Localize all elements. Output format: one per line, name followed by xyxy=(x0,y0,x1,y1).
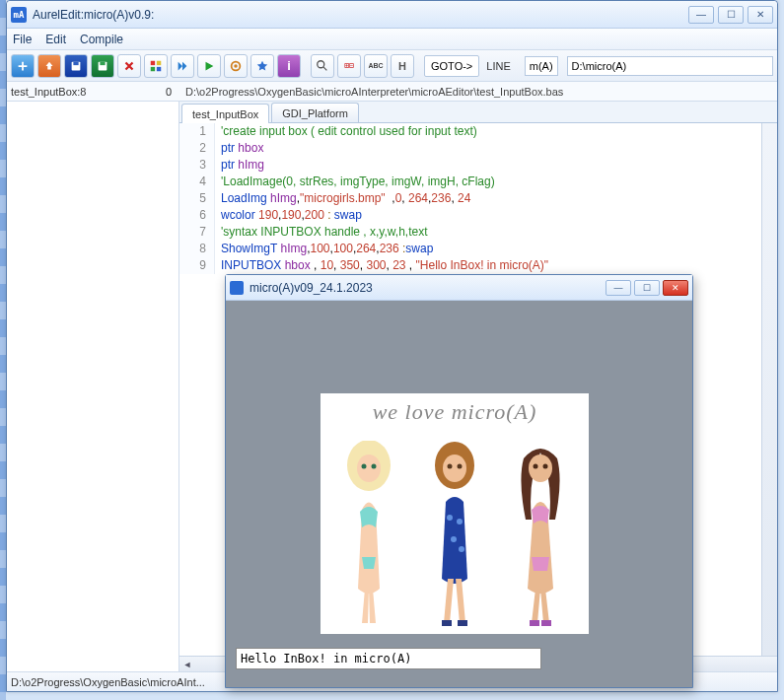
status-value: 0 xyxy=(166,86,172,98)
code-line[interactable]: 2ptr hbox xyxy=(179,140,777,157)
svg-point-14 xyxy=(362,464,367,469)
svg-point-20 xyxy=(447,515,453,521)
line-number: 7 xyxy=(179,224,215,241)
save-button[interactable] xyxy=(64,54,88,78)
line-number: 9 xyxy=(179,257,215,274)
open-button[interactable] xyxy=(37,54,61,78)
close-file-button[interactable] xyxy=(117,54,141,78)
svg-rect-0 xyxy=(47,65,51,69)
line-number: 4 xyxy=(179,174,215,190)
child-titlebar[interactable]: micro(A)v09_24.1.2023 — ☐ ✕ xyxy=(226,275,692,301)
titlebar[interactable]: mA AurelEdit:micro(A)v0.9: — ☐ ✕ xyxy=(7,1,777,29)
close-button[interactable]: ✕ xyxy=(748,6,773,24)
toggle-button[interactable]: ⊞⊟ xyxy=(337,54,361,78)
status-row: test_InputBox:8 0 D:\o2Progress\OxygenBa… xyxy=(7,82,777,102)
scroll-left-icon[interactable]: ◄ xyxy=(179,658,195,671)
line-number: 6 xyxy=(179,207,215,224)
svg-rect-25 xyxy=(458,620,467,626)
svg-point-26 xyxy=(529,455,552,482)
svg-rect-2 xyxy=(73,61,78,65)
code-text[interactable]: wcolor 190,190,200 : swap xyxy=(215,207,362,224)
code-text[interactable]: INPUTBOX hbox , 10, 350, 300, 23 , "Hell… xyxy=(215,257,548,274)
editor-tabs: test_InputBox GDI_Platform xyxy=(179,102,777,123)
svg-rect-30 xyxy=(541,620,551,626)
line-number: 2 xyxy=(179,140,215,157)
image-caption: we love micro(A) xyxy=(373,399,537,425)
find-button[interactable] xyxy=(311,54,334,78)
minimize-button[interactable]: — xyxy=(688,6,714,24)
svg-rect-29 xyxy=(530,620,539,626)
child-app-icon xyxy=(230,281,244,295)
code-text[interactable]: ShowImgT hImg,100,100,264,236 :swap xyxy=(215,241,433,257)
goto-button[interactable]: GOTO-> xyxy=(424,55,479,77)
status-cursor: test_InputBox:8 xyxy=(11,86,86,98)
svg-point-13 xyxy=(357,455,381,482)
menu-compile[interactable]: Compile xyxy=(80,33,123,46)
code-line[interactable]: 7'syntax INPUTBOX handle , x,y,w,h,text xyxy=(179,224,777,241)
figure-2 xyxy=(418,441,491,628)
child-window-title: micro(A)v09_24.1.2023 xyxy=(249,281,606,295)
svg-point-21 xyxy=(457,519,463,525)
info-button[interactable]: i xyxy=(277,54,301,78)
hide-button[interactable]: H xyxy=(391,54,414,78)
menu-file[interactable]: File xyxy=(13,33,32,46)
svg-rect-8 xyxy=(157,66,161,70)
child-close-button[interactable]: ✕ xyxy=(663,280,688,296)
child-client-area: we love micro(A) xyxy=(226,301,692,687)
svg-point-23 xyxy=(459,546,464,552)
run-button[interactable] xyxy=(197,54,221,78)
status-filepath: D:\o2Progress\OxygenBasic\microAInterpre… xyxy=(179,86,777,98)
side-panel xyxy=(7,102,179,671)
figure-3 xyxy=(504,441,577,628)
color-button[interactable] xyxy=(144,54,168,78)
svg-point-19 xyxy=(457,464,462,469)
line-number: 3 xyxy=(179,157,215,174)
code-text[interactable]: 'create input box ( edit control used fo… xyxy=(215,123,477,140)
input-box[interactable] xyxy=(236,648,541,669)
macro-button[interactable]: m(A) xyxy=(525,56,558,76)
code-line[interactable]: 9INPUTBOX hbox , 10, 350, 300, 23 , "Hel… xyxy=(179,257,777,274)
code-line[interactable]: 5LoadImg hImg,"microgirls.bmp" ,0, 264,2… xyxy=(179,190,777,207)
svg-point-10 xyxy=(234,64,238,68)
child-window: micro(A)v09_24.1.2023 — ☐ ✕ we love micr… xyxy=(225,274,693,688)
code-line[interactable]: 6wcolor 190,190,200 : swap xyxy=(179,207,777,224)
path-field[interactable] xyxy=(567,56,773,76)
child-maximize-button[interactable]: ☐ xyxy=(634,280,660,296)
code-line[interactable]: 4'LoadImage(0, strRes, imgType, imgW, im… xyxy=(179,174,777,190)
code-line[interactable]: 8ShowImgT hImg,100,100,264,236 :swap xyxy=(179,241,777,257)
svg-rect-4 xyxy=(100,61,105,65)
line-number: 8 xyxy=(179,241,215,257)
svg-point-28 xyxy=(542,464,547,469)
svg-point-11 xyxy=(318,60,324,67)
child-minimize-button[interactable]: — xyxy=(606,280,631,296)
svg-rect-24 xyxy=(442,620,452,626)
favorite-button[interactable] xyxy=(250,54,274,78)
code-line[interactable]: 1'create input box ( edit control used f… xyxy=(179,123,777,140)
settings-button[interactable] xyxy=(224,54,248,78)
code-text[interactable]: LoadImg hImg,"microgirls.bmp" ,0, 264,23… xyxy=(215,190,470,207)
line-number: 5 xyxy=(179,190,215,207)
svg-point-27 xyxy=(533,464,537,469)
line-number: 1 xyxy=(179,123,215,140)
svg-point-15 xyxy=(372,464,377,469)
saveall-button[interactable] xyxy=(91,54,114,78)
vertical-scrollbar[interactable] xyxy=(761,123,777,656)
new-button[interactable] xyxy=(11,54,35,78)
figure-1 xyxy=(332,441,405,628)
tab-gdi-platform[interactable]: GDI_Platform xyxy=(271,103,359,122)
maximize-button[interactable]: ☐ xyxy=(718,6,744,24)
code-text[interactable]: ptr hImg xyxy=(215,157,264,174)
menu-edit[interactable]: Edit xyxy=(45,33,66,46)
tab-test-inputbox[interactable]: test_InputBox xyxy=(181,104,269,123)
toolbar: i ⊞⊟ ABC H GOTO-> LINE m(A) xyxy=(7,50,777,82)
fastforward-button[interactable] xyxy=(171,54,194,78)
menubar: File Edit Compile xyxy=(7,29,777,50)
code-text[interactable]: ptr hbox xyxy=(215,140,263,157)
code-text[interactable]: 'LoadImage(0, strRes, imgType, imgW, img… xyxy=(215,174,495,190)
code-line[interactable]: 3ptr hImg xyxy=(179,157,777,174)
abc-button[interactable]: ABC xyxy=(364,54,388,78)
svg-rect-6 xyxy=(157,60,161,64)
window-title: AurelEdit:micro(A)v0.9: xyxy=(33,8,688,22)
code-text[interactable]: 'syntax INPUTBOX handle , x,y,w,h,text xyxy=(215,224,427,241)
svg-point-17 xyxy=(443,455,466,482)
